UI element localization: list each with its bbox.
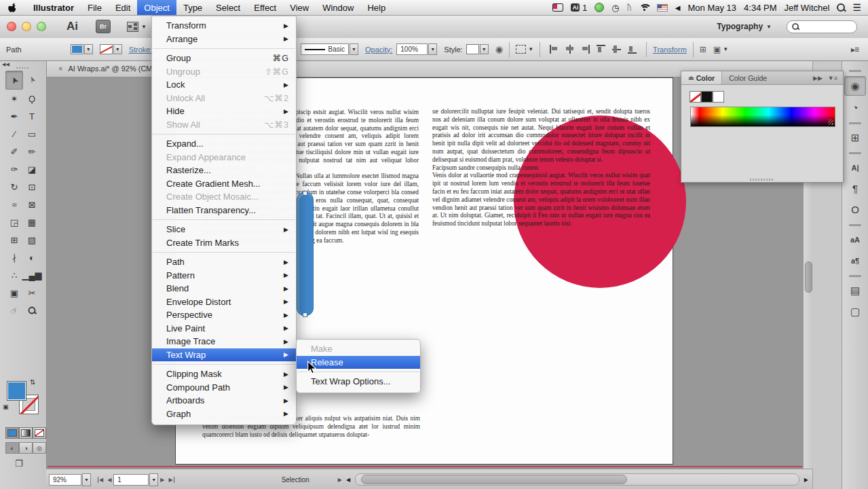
menu-item-blend[interactable]: Blend▶ [152,282,296,295]
menubar-clock[interactable]: 4:34 PM [744,3,776,13]
apple-menu-icon[interactable] [0,0,26,15]
status-indicator[interactable]: Selection [282,476,309,484]
blue-rounded-bar-object[interactable] [297,192,314,316]
pen-tool[interactable]: ✒ [5,107,23,125]
menu-item-perspective[interactable]: Perspective▶ [152,308,296,322]
menu-item-expand[interactable]: Expand... [152,137,296,151]
menubar-username[interactable]: Jeff Witchel [784,3,829,13]
perspective-grid-tool[interactable]: ▦ [23,213,41,231]
color-button[interactable] [5,427,19,439]
next-artboard-button[interactable]: ▶ [160,477,164,483]
horizontal-scrollbar-thumb[interactable] [361,475,627,484]
menubar-item-view[interactable]: View [283,0,316,15]
menu-item-transform[interactable]: Transform▶ [152,19,296,33]
select-similar-button[interactable]: ▼ [516,45,533,54]
time-machine-icon[interactable]: ◷ [611,3,619,13]
menu-item-unlock-all[interactable]: Unlock All⌥⌘2 [152,92,296,105]
wifi-icon[interactable] [639,4,649,12]
default-fill-stroke-icon[interactable]: ▣ [3,403,9,410]
eraser-tool[interactable]: ◪ [23,160,41,178]
screen-mode-button[interactable]: ❐ [15,458,23,469]
tab-color[interactable]: ≐ Color [681,71,722,84]
tools-panel-drag-handle[interactable] [16,67,30,69]
menubar-item-effect[interactable]: Effect [247,0,283,15]
draw-normal-button[interactable]: ◐ [5,442,19,454]
tab-close-icon[interactable]: × [58,65,62,73]
close-window-button[interactable] [7,22,16,31]
align-middle-icon[interactable] [611,45,622,54]
brush-definition-dropdown[interactable]: Basic [301,43,349,55]
menu-item-create-object-mosaic[interactable]: Create Object Mosaic... [152,190,296,204]
menubar-date[interactable]: Mon May 13 [688,3,737,13]
menu-item-ungroup[interactable]: Ungroup⇧⌘G [152,65,296,79]
free-transform-tool[interactable]: ⊠ [23,196,41,213]
bridge-button[interactable]: Br [96,20,111,33]
style-swatch[interactable] [466,44,479,54]
menu-item-lock[interactable]: Lock▶ [152,78,296,92]
menubar-item-edit[interactable]: Edit [109,0,137,15]
draw-inside-button[interactable]: ◎ [33,442,46,454]
align-right-icon[interactable] [580,45,590,54]
document-tab-title[interactable]: AI Wraps.ai* @ 92% (CMY [68,65,157,73]
spectrum-resize-grip[interactable] [828,120,833,125]
selection-handle[interactable] [303,191,307,196]
document-setup-icon[interactable]: ◉ [495,44,503,54]
width-tool[interactable]: ≈ [5,196,23,213]
white-swatch[interactable] [713,91,724,103]
stroke-color-dropdown[interactable]: ▼ [113,44,122,54]
menu-item-expand-appearance[interactable]: Expand Appearance [152,151,296,164]
align-top-icon[interactable] [596,45,606,54]
fill-color-proxy[interactable] [7,381,26,401]
panel-collapse-icon[interactable]: ▶▶ [813,75,823,82]
artboards-panel-icon[interactable]: ▢ [845,302,865,321]
menubar-item-select[interactable]: Select [209,0,247,15]
menu-item-arrange[interactable]: Arrange▶ [152,33,296,46]
paragraph-styles-panel-icon[interactable]: a¶ [845,251,865,270]
last-artboard-button[interactable]: ▶ [168,477,174,483]
hscroll-left-arrow[interactable]: ◀ [346,477,350,483]
align-bottom-icon[interactable] [627,45,637,54]
column-graph-tool[interactable]: ▁▄▆ [23,266,41,284]
transform-link[interactable]: Transform [653,46,687,54]
character-panel-icon[interactable]: A| [845,158,865,177]
selection-tool[interactable]: ➤ [5,71,23,90]
menu-item-hide[interactable]: Hide▶ [152,105,296,118]
artboard-dropdown[interactable]: ▼ [149,473,158,486]
align-center-icon[interactable] [565,45,575,54]
shape-builder-tool[interactable]: ◲ [5,213,23,231]
menu-item-image-trace[interactable]: Image Trace▶ [152,335,296,348]
control-panel-menu-icon[interactable]: ▸≡ [851,45,858,54]
opentype-panel-icon[interactable]: O [845,200,865,219]
menubar-item-help[interactable]: Help [360,0,392,15]
bluetooth-icon[interactable]: ᚢ [627,3,632,12]
color-spectrum-bar[interactable] [690,107,835,127]
zoom-level-field[interactable]: 92% [49,474,81,486]
menubar-item-object[interactable]: Object [137,0,176,15]
fill-color-swatch[interactable] [71,44,83,54]
color-guide-panel-icon[interactable]: ◔ [845,98,865,117]
menu-item-create-trim-marks[interactable]: Create Trim Marks [152,236,296,250]
character-styles-panel-icon[interactable]: aA [845,230,865,249]
isolate-selected-object-icon[interactable]: ⊞ [700,45,706,54]
workspace-switcher[interactable]: Typography▼ [717,22,772,31]
artboard-tool[interactable]: ▣ [5,284,23,302]
volume-icon[interactable]: ◀ [675,4,681,12]
rotate-tool[interactable]: ↻ [5,178,23,196]
blend-tool[interactable]: ◐ [23,249,41,266]
menu-item-flatten-transparency[interactable]: Flatten Transparency... [152,204,296,217]
search-input[interactable] [787,20,857,33]
color-panel-icon[interactable]: ◉ [844,76,866,96]
menu-item-compound-path[interactable]: Compound Path▶ [152,381,296,395]
menubar-item-illustrator[interactable]: Illustrator [26,0,81,15]
artboard-number-field[interactable]: 1 [113,474,149,486]
zoom-tool[interactable] [23,302,41,319]
blob-brush-tool[interactable]: ✑ [5,160,23,178]
swatches-panel-icon[interactable]: ⊞ [845,128,865,147]
menu-item-artboards[interactable]: Artboards▶ [152,394,296,408]
align-left-icon[interactable] [549,45,559,54]
fill-black-swatch[interactable] [701,91,713,103]
recolor-artwork-icon[interactable]: ▣▼ [713,45,728,54]
selection-handle[interactable] [303,312,307,317]
menu-item-path[interactable]: Path▶ [152,255,296,269]
layers-panel-icon[interactable]: ▤ [845,281,865,300]
